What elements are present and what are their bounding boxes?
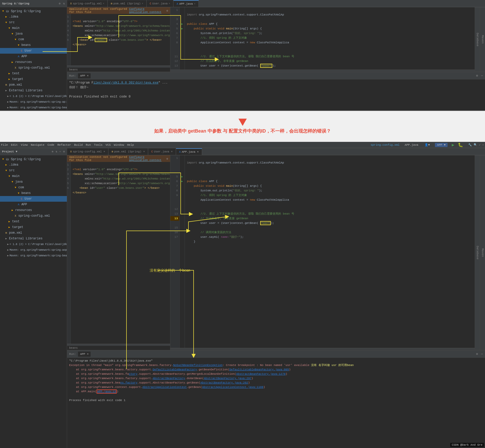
sidebar-item-spring-beans[interactable]: ▶ Maven: org.springframework:spring-bean… xyxy=(0,105,67,110)
sidebar-item-main2[interactable]: ▼ main xyxy=(0,173,67,179)
sidebar-item-idea2[interactable]: ▶ .idea xyxy=(0,162,67,168)
sidebar-item-jdk[interactable]: ▶ < 1.8 (2) > C:\Program Files\Java\jdk1… xyxy=(0,93,67,99)
bottom-menubar: File Edit View Navigate Code Refactor Bu… xyxy=(0,142,485,148)
sidebar-item-spring-beans2[interactable]: ▶ Maven: org.springframework:spring-bean… xyxy=(0,253,67,258)
sidebar-icon3[interactable]: ÷ xyxy=(59,150,61,153)
tab-close-btn[interactable]: × xyxy=(194,3,195,5)
tab-app2[interactable]: A APP.java × xyxy=(176,148,202,155)
tab-spring-config[interactable]: X spring-config.xml × xyxy=(67,0,108,7)
sidebar-item-src2[interactable]: ▼ src xyxy=(0,168,67,173)
sidebar-item-extlibs[interactable]: ▶ External Libraries xyxy=(0,88,67,93)
run-settings-icon2[interactable]: ⚙ xyxy=(476,352,478,356)
menu-tools[interactable]: Tools xyxy=(94,143,102,146)
sidebar-item-target2[interactable]: ▶ target xyxy=(0,224,67,230)
sidebar-item-java[interactable]: ▼ java xyxy=(0,31,67,37)
bottom-xml-scrollbar[interactable] xyxy=(67,344,170,346)
menu-edit[interactable]: Edit xyxy=(11,143,18,146)
sidebar-item-pom2[interactable]: m pom.xml xyxy=(0,230,67,236)
menu-spring-config[interactable]: spring-config.xml xyxy=(371,143,400,146)
bottom-java-code[interactable]: import org.springframework.context.suppo… xyxy=(185,155,475,348)
sidebar-item-user[interactable]: C User xyxy=(0,48,67,54)
sidebar-item-main[interactable]: ▼ main xyxy=(0,25,67,31)
sidebar-item-beans2[interactable]: ▼ beans xyxy=(0,190,67,196)
java-scrollbar[interactable] xyxy=(170,70,475,72)
sidebar-item-jdk2[interactable]: ▶ < 1.8 (2) > C:\Program Files\Java\jdk1… xyxy=(0,241,67,247)
run-dropdown[interactable]: APP ▼ xyxy=(435,143,448,147)
database-sidebar[interactable]: Database xyxy=(475,7,480,72)
sidebar-icon2[interactable]: ⇅ xyxy=(55,150,57,153)
bottom-maven-sidebar[interactable]: Maven xyxy=(480,155,485,350)
menu-app-java[interactable]: APP.java xyxy=(405,143,418,146)
tab-pom2[interactable]: m pom.xml (Spring) × xyxy=(108,148,148,155)
sidebar-item-src[interactable]: ▼ src xyxy=(0,20,67,25)
tab-pom[interactable]: m pom.xml (Spring) × xyxy=(108,0,147,7)
sidebar-item-project[interactable]: ▼ 🗂 Spring G:\Spring xyxy=(0,8,67,14)
tab-user[interactable]: C User.java × xyxy=(147,0,173,7)
sidebar-item-spring-aop2[interactable]: ▶ Maven: org.springframework:spring-aop:… xyxy=(0,247,67,253)
sidebar-item-resources[interactable]: ▶ resources xyxy=(0,59,67,65)
xml-code[interactable]: <?xml version="1.0" encoding="UTF-8"?> <… xyxy=(71,14,170,66)
menu-navigate[interactable]: Navigate xyxy=(31,143,44,146)
menu-code[interactable]: Code xyxy=(47,143,54,146)
sidebar-item-test[interactable]: ▶ test xyxy=(0,71,67,76)
sidebar-icon1[interactable]: ⊕ xyxy=(52,150,54,153)
tab-app[interactable]: A APP.java × xyxy=(173,0,199,7)
menu-vcs[interactable]: VCS xyxy=(106,143,111,146)
sidebar-item-config[interactable]: X spring-config.xml xyxy=(0,65,67,71)
sidebar-settings-icon[interactable]: ⚙ xyxy=(59,2,61,5)
run-minimize-icon[interactable]: — xyxy=(481,74,483,78)
java-code[interactable]: import org.springframework.context.suppo… xyxy=(185,7,475,70)
menu-help[interactable]: Help xyxy=(127,143,134,146)
run-tab-app2[interactable]: APP × xyxy=(78,352,91,357)
sidebar-item-com[interactable]: ▼ com xyxy=(0,37,67,42)
menu-run[interactable]: Run xyxy=(86,143,91,146)
sidebar-item-pom[interactable]: m pom.xml xyxy=(0,82,67,88)
run-gutter-icon3[interactable]: ▶ xyxy=(181,175,183,178)
bottom-database-sidebar[interactable]: Database xyxy=(475,155,480,350)
tab-close-btn[interactable]: × xyxy=(142,2,143,5)
run-minimize-icon2[interactable]: — xyxy=(481,352,483,356)
sidebar-item-com2[interactable]: ▼ com xyxy=(0,185,67,190)
sidebar-item-extlibs2[interactable]: ▶ External Libraries xyxy=(0,236,67,241)
sidebar-item-user2[interactable]: C User xyxy=(0,196,67,202)
sidebar-sort-icon[interactable]: ⇅ xyxy=(63,2,65,5)
run-gutter-icon[interactable]: ▶ xyxy=(181,22,183,26)
sidebar-item-label: Maven: org.springframework:spring-ap:5.2… xyxy=(10,101,67,103)
menu-refactor[interactable]: Refactor xyxy=(57,143,71,146)
sidebar-item-spring[interactable]: ▼ 🗂 Spring G:\Spring xyxy=(0,156,67,162)
maven-sidebar[interactable]: Maven xyxy=(480,7,485,72)
bottom-run-panel: Run: APP × ⚙ — "C:\Program Files\Java\jd… xyxy=(67,350,485,448)
sidebar-item-idea[interactable]: ▶ .idea xyxy=(0,14,67,20)
sidebar-item-resources2[interactable]: ▶ resources xyxy=(0,207,67,213)
tab-close-btn[interactable]: × xyxy=(169,2,170,5)
run-gutter-icon2[interactable]: ▶ xyxy=(181,27,183,30)
configure-link2[interactable]: Configure application context xyxy=(129,156,164,162)
menu-view[interactable]: View xyxy=(21,143,28,146)
tab-spring-config2[interactable]: X spring-config.xml × xyxy=(67,148,108,155)
menu-window[interactable]: Window xyxy=(114,143,124,146)
sidebar-item-app2[interactable]: A APP xyxy=(0,202,67,207)
sidebar-item-config2[interactable]: X spring-config.xml xyxy=(0,213,67,219)
sidebar-item-app[interactable]: A APP xyxy=(0,54,67,59)
run-button[interactable]: ▶ xyxy=(452,142,454,148)
settings-icon2[interactable]: ⚙ xyxy=(166,157,168,160)
configure-link[interactable]: Configure application context xyxy=(129,7,164,14)
bottom-java-scrollbar[interactable] xyxy=(170,348,475,350)
run-settings-icon[interactable]: ⚙ xyxy=(476,74,478,78)
sidebar-item-target[interactable]: ▶ target xyxy=(0,76,67,82)
sidebar-item-spring-aop[interactable]: ▶ Maven: org.springframework:spring-ap:5… xyxy=(0,99,67,105)
bottom-xml-code[interactable]: <?xml version="1.0" encoding="UTF-8"?> <… xyxy=(71,162,170,344)
sidebar-item-java2[interactable]: ▼ java xyxy=(0,179,67,185)
run-tab-app[interactable]: APP × xyxy=(78,73,91,78)
sidebar-item-test2[interactable]: ▶ test xyxy=(0,219,67,224)
sidebar-item-beans[interactable]: ▼ beans xyxy=(0,42,67,48)
run-gutter-icon4[interactable]: ▶ xyxy=(181,180,183,183)
tab-close-btn[interactable]: × xyxy=(103,2,104,5)
settings-icon[interactable]: ⚙ xyxy=(166,9,168,12)
menu-file[interactable]: File xyxy=(1,143,8,146)
sidebar-icon4[interactable]: ⚙ xyxy=(63,150,65,153)
xml-scrollbar[interactable] xyxy=(67,66,170,68)
tab-user2[interactable]: C User.java × xyxy=(148,148,176,155)
debug-button[interactable]: 🐛 xyxy=(458,142,463,148)
menu-build[interactable]: Build xyxy=(74,143,83,146)
